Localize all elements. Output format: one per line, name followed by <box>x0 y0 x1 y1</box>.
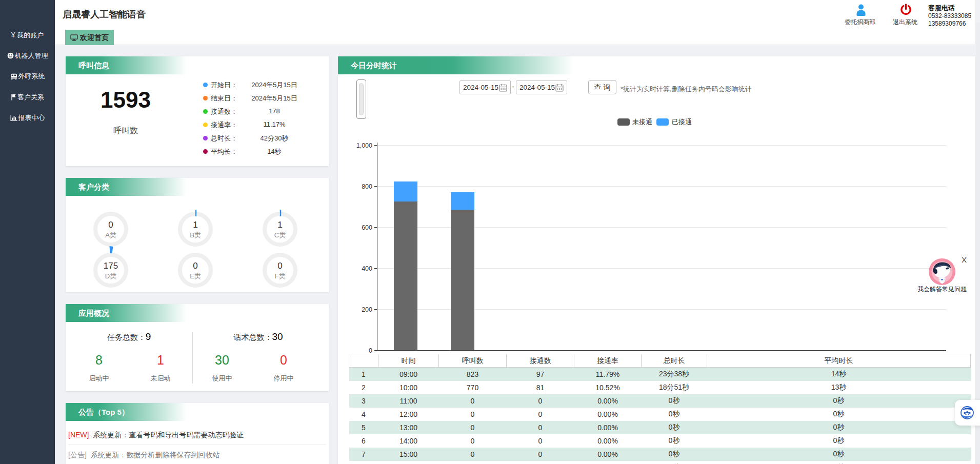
svg-text:1,000: 1,000 <box>356 142 372 149</box>
svg-text:800: 800 <box>362 183 372 190</box>
svg-text:200: 200 <box>362 306 372 313</box>
svg-text:400: 400 <box>362 265 372 272</box>
svg-text:0: 0 <box>369 347 372 354</box>
svg-text:600: 600 <box>362 224 372 231</box>
